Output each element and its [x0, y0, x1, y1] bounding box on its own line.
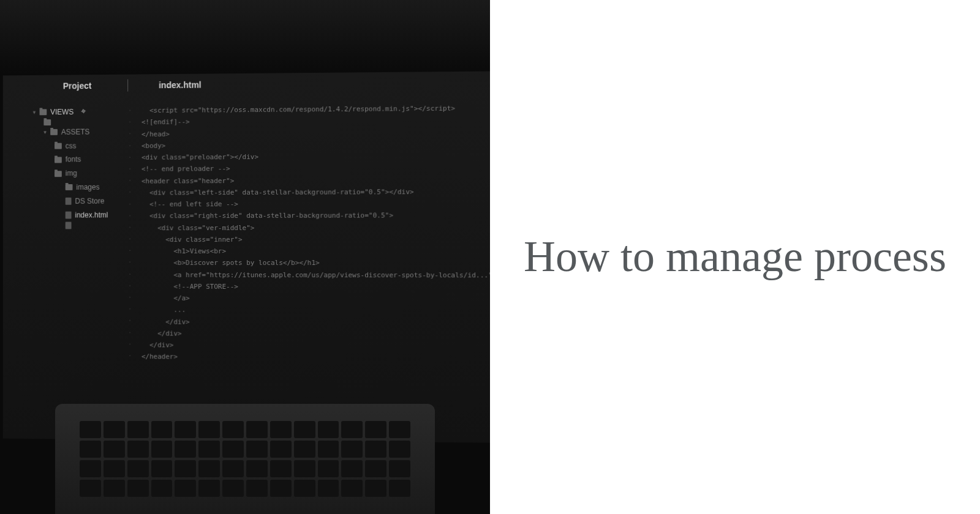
line-number: · [128, 128, 132, 140]
line-number: · [128, 163, 132, 175]
folder-icon [50, 129, 58, 135]
file-tree: ▾VIEWS▾ASSETScssfontsimgimagesDS Storein… [33, 105, 108, 229]
keyboard-key [175, 480, 196, 497]
tree-item-label: ASSETS [61, 125, 90, 139]
keyboard-key [104, 460, 125, 477]
code-line: <div class="right-side" data-stellar-bac… [141, 209, 490, 222]
keyboard-key [127, 460, 149, 477]
keyboard-key [341, 460, 363, 477]
code-line: <script src="https://oss.maxcdn.com/resp… [141, 102, 490, 116]
tree-item: img [55, 166, 108, 181]
editor-header: Project index.html [3, 71, 490, 100]
keyboard-key [175, 421, 196, 438]
title-panel: How to manage process [490, 0, 980, 514]
code-content: <script src="https://oss.maxcdn.com/resp… [141, 102, 490, 365]
keyboard-key [294, 441, 315, 458]
folder-icon [55, 157, 62, 163]
keyboard-key [222, 460, 244, 477]
keyboard-key [389, 441, 410, 458]
code-line: <!--APP STORE--> [141, 281, 490, 293]
code-line: <a href="https://itunes.apple.com/us/app… [141, 269, 490, 281]
tree-item-label: index.html [75, 208, 108, 222]
keyboard-key [151, 421, 173, 438]
code-line: <b>Discover spots by locals</b></h1> [141, 257, 490, 269]
keyboard-key [294, 460, 315, 477]
keyboard-key [270, 421, 292, 438]
file-icon [66, 212, 72, 219]
keyboard-key [246, 441, 268, 458]
folder-icon [43, 119, 51, 125]
line-number: · [128, 233, 132, 245]
keyboard-key [246, 460, 268, 477]
code-line: </a> [141, 292, 490, 305]
tree-item-label: DS Store [75, 194, 104, 208]
tree-item [66, 222, 108, 229]
line-number: · [128, 269, 132, 280]
line-number: · [128, 105, 132, 116]
keyboard-key [104, 480, 125, 497]
line-number: · [128, 256, 132, 268]
keyboard-key [341, 421, 363, 438]
keyboard-key [389, 480, 410, 497]
tree-item-label: css [66, 139, 77, 153]
keyboard-key [175, 441, 196, 458]
monitor-bezel [0, 0, 490, 73]
line-number: · [128, 350, 132, 362]
line-number: · [128, 116, 132, 128]
keyboard-key [341, 480, 363, 497]
keyboard-key [341, 441, 363, 458]
code-line: <!-- end left side --> [141, 198, 490, 210]
keyboard-key [198, 480, 220, 497]
keyboard-key [222, 421, 244, 438]
keyboard-key [104, 441, 125, 458]
keyboard-key [246, 480, 268, 497]
code-line: <div class="left-side" data-stellar-back… [141, 185, 490, 198]
code-line: <h1>Views<br> [141, 245, 490, 258]
code-line: <!-- end preloader --> [141, 162, 490, 175]
code-editor-photo: Project index.html ⌖ ▾VIEWS▾ASSETScssfon… [0, 0, 490, 514]
code-line: <div class="inner"> [141, 233, 490, 245]
line-number: · [128, 327, 132, 338]
tree-item: index.html [66, 208, 108, 222]
keyboard-key [294, 480, 315, 497]
code-line: ... [141, 304, 490, 317]
keyboard-key [270, 460, 292, 477]
keyboard-key [365, 421, 386, 438]
keyboard-key [389, 460, 410, 477]
code-line: </div> [141, 327, 490, 341]
keyboard-key [222, 441, 244, 458]
line-number: · [128, 152, 132, 163]
code-line: <div class="ver-middle"> [141, 222, 490, 234]
keyboard-key [318, 460, 339, 477]
keyboard-key [365, 441, 386, 458]
tree-item: images [66, 181, 108, 195]
keyboard-key [270, 480, 292, 497]
tree-item [43, 119, 108, 125]
folder-icon [55, 143, 62, 149]
line-number: · [128, 315, 132, 327]
keyboard-key [270, 441, 292, 458]
keyboard-key [318, 421, 339, 438]
project-panel-label: Project [63, 81, 92, 91]
code-line: <div class="preloader"></div> [141, 150, 490, 163]
keyboard-key [80, 421, 101, 438]
file-icon [66, 198, 72, 205]
code-line: </header> [141, 351, 490, 364]
tree-item: DS Store [66, 194, 108, 208]
line-number: · [128, 304, 132, 315]
keyboard-key [80, 460, 101, 477]
tree-item-label: images [76, 181, 99, 195]
keyboard-key [151, 441, 173, 458]
line-number: · [128, 280, 132, 292]
keyboard-key [127, 480, 149, 497]
keyboard-key [365, 480, 386, 497]
line-number: · [128, 292, 132, 304]
tree-item-label: fonts [66, 153, 81, 167]
folder-icon [40, 110, 47, 116]
tree-item-label: VIEWS [50, 105, 74, 119]
keyboard [80, 421, 410, 497]
keyboard-key [80, 441, 101, 458]
line-number: · [128, 222, 132, 233]
line-number: · [128, 187, 132, 198]
line-number: · [128, 338, 132, 350]
